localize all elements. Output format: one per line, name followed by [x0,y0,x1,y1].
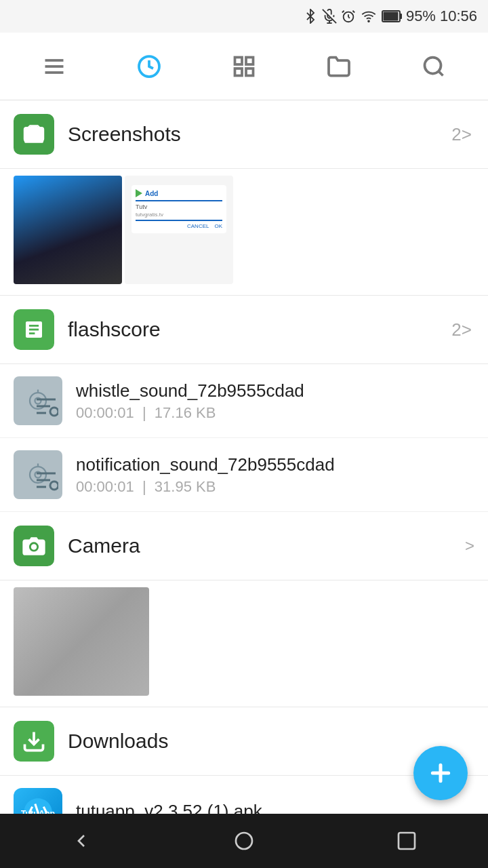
file-item-whistle[interactable]: whistle_sound_72b9555cdad 00:00:01 | 17.… [0,364,488,438]
whistle-file-name: whistle_sound_72b9555cdad [76,380,474,401]
home-button[interactable] [224,821,264,861]
status-bar: 95% 10:56 [0,0,488,33]
battery-icon [382,10,402,22]
file-item-notification[interactable]: notification_sound_72b9555cdad 00:00:01 … [0,438,488,512]
downloads-title: Downloads [68,730,474,753]
screenshots-icon [14,114,54,155]
downloads-icon [14,721,54,762]
screenshots-title: Screenshots [68,123,451,146]
whistle-file-meta: 00:00:01 | 17.16 KB [76,404,474,422]
toolbar [0,33,488,100]
svg-point-32 [50,408,58,416]
folder-button[interactable] [319,46,359,87]
svg-text:TutuApp: TutuApp [21,809,55,814]
notification-file-meta: 00:00:01 | 31.95 KB [76,478,474,496]
note-icon [34,394,58,421]
back-button[interactable] [61,821,102,861]
alarm-icon [341,9,356,24]
flashscore-icon [14,309,54,350]
flashscore-section-header[interactable]: flashscore 2> [0,296,488,364]
camera-icon [14,526,54,566]
svg-point-36 [50,481,58,490]
svg-rect-10 [400,14,402,19]
screenshot-thumb-1[interactable] [14,176,122,284]
fab-button[interactable] [413,746,468,800]
svg-line-6 [342,11,344,13]
bluetooth-icon [303,9,318,24]
notification-file-icon [14,450,62,499]
note-icon-2 [34,468,58,495]
mute-icon [322,9,337,24]
camera-section-header[interactable]: Camera > [0,512,488,580]
svg-rect-11 [383,12,398,21]
camera-thumb-img[interactable] [14,587,149,696]
content-area: Screenshots 2> Add Tutv tutvgratis.tv Ca… [0,100,488,814]
camera-thumbnails [0,580,488,707]
svg-line-21 [439,71,443,75]
screenshot-thumb-2[interactable]: Add Tutv tutvgratis.tv Cancel Ok [125,176,233,284]
svg-point-41 [236,833,252,849]
camera-chevron: > [465,536,474,555]
flashscore-count: 2> [451,319,472,340]
svg-rect-18 [246,68,253,76]
recents-button[interactable] [386,821,427,861]
recent-button[interactable] [129,46,169,87]
apk-name: tutuapp_v2.3.52 (1).apk [76,801,474,814]
whistle-file-icon [14,376,62,425]
screenshots-thumbnails: Add Tutv tutvgratis.tv Cancel Ok [0,169,488,296]
grid-button[interactable] [224,46,264,87]
svg-rect-19 [235,68,243,76]
wifi-icon [360,9,378,24]
svg-point-20 [425,57,441,73]
apk-icon: TutuApp [14,788,62,814]
svg-rect-42 [399,833,415,849]
flashscore-title: flashscore [68,318,451,341]
battery-percent: 95% [406,7,436,25]
clock: 10:56 [440,7,477,25]
svg-point-8 [368,20,369,22]
svg-rect-17 [246,57,253,64]
svg-line-5 [348,17,350,18]
menu-button[interactable] [34,46,75,87]
screenshots-section-header[interactable]: Screenshots 2> [0,100,488,169]
status-icons: 95% 10:56 [303,7,477,25]
search-button[interactable] [413,46,454,87]
screenshots-count: 2> [451,124,472,145]
svg-rect-16 [235,57,243,64]
bottom-nav [0,814,488,868]
camera-title: Camera [68,534,465,557]
apk-info: tutuapp_v2.3.52 (1).apk [76,801,474,814]
svg-line-7 [352,11,354,13]
whistle-file-info: whistle_sound_72b9555cdad 00:00:01 | 17.… [76,380,474,422]
notification-file-info: notification_sound_72b9555cdad 00:00:01 … [76,454,474,496]
notification-file-name: notification_sound_72b9555cdad [76,454,474,475]
